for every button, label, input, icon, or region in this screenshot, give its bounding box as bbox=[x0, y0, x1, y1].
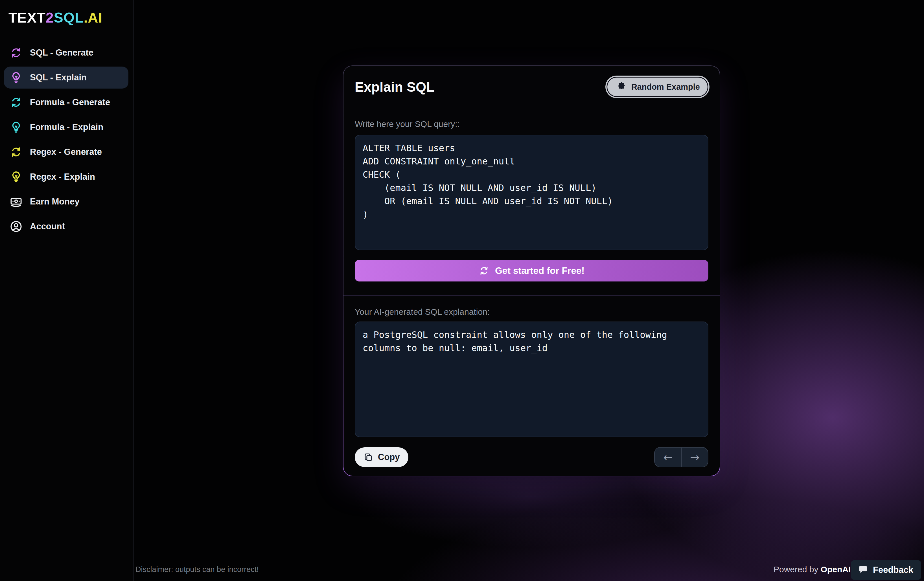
refresh-icon bbox=[10, 46, 23, 59]
feedback-button[interactable]: Feedback bbox=[851, 560, 921, 580]
banknote-icon bbox=[10, 195, 23, 208]
sidebar-item-label: Account bbox=[30, 221, 65, 232]
next-result-button[interactable]: → bbox=[681, 448, 708, 467]
copy-button[interactable]: Copy bbox=[355, 447, 408, 467]
speech-bubble-icon bbox=[858, 565, 868, 575]
history-pager: ← → bbox=[654, 447, 708, 467]
sidebar-item-label: SQL - Explain bbox=[30, 72, 87, 82]
sidebar-item-label: Formula - Generate bbox=[30, 97, 110, 107]
arrow-left-icon: ← bbox=[663, 451, 673, 464]
sidebar-item-account[interactable]: Account bbox=[4, 216, 129, 237]
sidebar-item-sql-generate[interactable]: SQL - Generate bbox=[4, 42, 129, 64]
copy-label: Copy bbox=[378, 452, 400, 462]
sidebar-item-label: Earn Money bbox=[30, 197, 79, 207]
get-started-button[interactable]: Get started for Free! bbox=[355, 260, 708, 281]
logo-ai: .AI bbox=[84, 10, 102, 26]
lightbulb-icon bbox=[10, 170, 23, 183]
previous-result-button[interactable]: ← bbox=[655, 448, 681, 467]
explain-sql-card: Explain SQL Random Example Write here yo… bbox=[343, 66, 720, 476]
refresh-icon bbox=[10, 96, 23, 109]
puzzle-icon bbox=[615, 81, 626, 92]
sidebar-menu: SQL - Generate SQL - Explain Formula - G… bbox=[4, 42, 129, 237]
query-section: Write here your SQL query:: ALTER TABLE … bbox=[343, 108, 720, 281]
sql-explanation-output[interactable]: a PostgreSQL constraint allows only one … bbox=[355, 321, 708, 437]
logo-sql: SQL bbox=[54, 10, 84, 26]
refresh-icon bbox=[10, 145, 23, 158]
sidebar: TEXT2SQL.AI SQL - Generate SQL - Explain… bbox=[0, 0, 134, 581]
sidebar-item-sql-explain[interactable]: SQL - Explain bbox=[4, 67, 129, 89]
sidebar-item-regex-explain[interactable]: Regex - Explain bbox=[4, 166, 129, 188]
powered-by: Powered by OpenAI bbox=[774, 565, 851, 574]
copy-icon bbox=[363, 452, 373, 462]
page-title: Explain SQL bbox=[355, 79, 435, 95]
sql-query-input[interactable]: ALTER TABLE users ADD CONSTRAINT only_on… bbox=[355, 135, 708, 250]
random-example-button[interactable]: Random Example bbox=[606, 76, 710, 98]
lightbulb-icon bbox=[10, 71, 23, 84]
sidebar-item-label: Regex - Explain bbox=[30, 172, 95, 182]
sidebar-item-label: Formula - Explain bbox=[30, 122, 103, 132]
lightbulb-icon bbox=[10, 121, 23, 134]
sidebar-item-label: SQL - Generate bbox=[30, 48, 93, 58]
explanation-label: Your AI-generated SQL explanation: bbox=[355, 307, 708, 317]
sidebar-item-formula-explain[interactable]: Formula - Explain bbox=[4, 116, 129, 138]
powered-by-brand: OpenAI bbox=[821, 565, 851, 574]
card-header: Explain SQL Random Example bbox=[343, 66, 720, 108]
feedback-label: Feedback bbox=[873, 565, 913, 575]
card-footer: Copy ← → bbox=[355, 447, 708, 467]
query-label: Write here your SQL query:: bbox=[355, 119, 708, 129]
sidebar-item-formula-generate[interactable]: Formula - Generate bbox=[4, 91, 129, 114]
powered-by-prefix: Powered by bbox=[774, 565, 821, 574]
logo-text: TEXT bbox=[8, 10, 46, 26]
account-icon bbox=[10, 220, 23, 233]
sidebar-item-regex-generate[interactable]: Regex - Generate bbox=[4, 141, 129, 163]
logo-two: 2 bbox=[46, 10, 54, 26]
explanation-section: Your AI-generated SQL explanation: a Pos… bbox=[343, 296, 720, 467]
arrow-right-icon: → bbox=[690, 451, 700, 464]
disclaimer-text: Disclaimer: outputs can be incorrect! bbox=[135, 565, 259, 574]
get-started-label: Get started for Free! bbox=[495, 265, 584, 276]
refresh-icon bbox=[478, 265, 489, 276]
sidebar-item-earn-money[interactable]: Earn Money bbox=[4, 191, 129, 213]
random-example-label: Random Example bbox=[631, 82, 700, 92]
sidebar-item-label: Regex - Generate bbox=[30, 147, 102, 157]
app-logo: TEXT2SQL.AI bbox=[8, 10, 102, 26]
